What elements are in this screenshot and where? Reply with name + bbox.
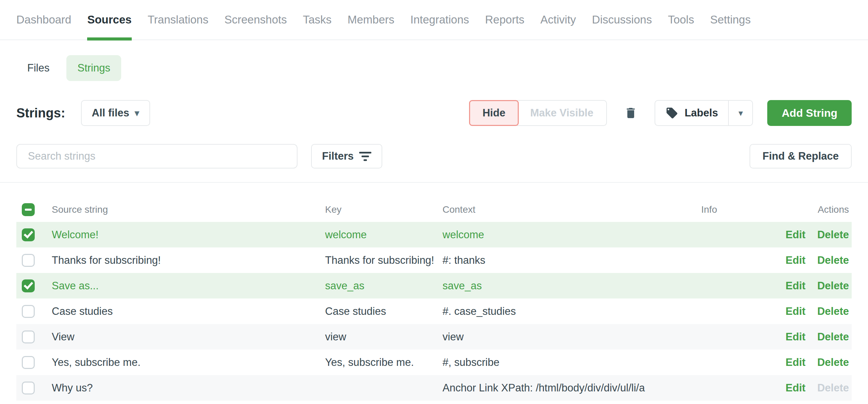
nav-item-integrations[interactable]: Integrations [411, 0, 469, 40]
delete-link[interactable]: Delete [817, 382, 849, 394]
context-cell: Anchor Link XPath: /html/body/div/div/ul… [443, 382, 701, 394]
row-actions: Edit Delete [745, 254, 852, 266]
row-checkbox[interactable] [22, 279, 35, 292]
delete-link[interactable]: Delete [817, 254, 849, 266]
table-row: View view view Edit Delete [16, 324, 852, 350]
tag-icon [665, 107, 678, 119]
source-string-cell: View [52, 331, 325, 343]
nav-item-reports[interactable]: Reports [485, 0, 525, 40]
nav-item-discussions[interactable]: Discussions [592, 0, 652, 40]
project-sources-page: DashboardSourcesTranslationsScreenshotsT… [0, 0, 868, 404]
hide-button[interactable]: Hide [469, 100, 518, 126]
delete-strings-button[interactable] [622, 105, 640, 121]
table-row: Why us? Anchor Link XPath: /html/body/di… [16, 375, 852, 401]
edit-link[interactable]: Edit [786, 382, 806, 394]
row-checkbox[interactable] [22, 356, 35, 369]
edit-link[interactable]: Edit [786, 356, 806, 368]
table-row: Save as... save_as save_as Edit Delete [16, 273, 852, 298]
strings-table: Welcome! welcome welcome Edit Delete Tha… [16, 222, 852, 401]
edit-link[interactable]: Edit [786, 305, 806, 317]
table-row: Thanks for subscribing! Thanks for subsc… [16, 247, 852, 273]
trash-icon [624, 105, 638, 121]
column-header-context: Context [443, 204, 701, 215]
source-string-cell: Yes, subscribe me. [52, 356, 325, 369]
labels-dropdown-toggle[interactable]: ▾ [729, 101, 752, 125]
nav-item-members[interactable]: Members [348, 0, 395, 40]
filters-button-label: Filters [322, 150, 354, 162]
key-cell: view [325, 331, 443, 343]
labels-button-group: Labels ▾ [655, 100, 753, 126]
source-string-cell: Welcome! [52, 229, 325, 241]
filter-icon [359, 152, 371, 161]
select-all-checkbox[interactable] [22, 203, 35, 216]
content-divider [0, 182, 868, 183]
chevron-down-icon: ▾ [738, 109, 743, 117]
sources-subtabs: FilesStrings [16, 55, 852, 81]
source-string-cell: Thanks for subscribing! [52, 254, 325, 266]
delete-link[interactable]: Delete [817, 229, 849, 241]
column-header-info: Info [701, 204, 745, 215]
top-nav: DashboardSourcesTranslationsScreenshotsT… [0, 0, 868, 40]
delete-link[interactable]: Delete [817, 305, 849, 317]
search-strings-input[interactable] [16, 144, 298, 168]
row-actions: Edit Delete [745, 305, 852, 318]
delete-link[interactable]: Delete [817, 280, 849, 292]
page-title: Strings: [16, 106, 65, 120]
column-header-source: Source string [52, 204, 325, 215]
edit-link[interactable]: Edit [786, 229, 806, 241]
row-checkbox[interactable] [22, 330, 35, 343]
table-row: Yes, subscribe me. Yes, subscribe me. #,… [16, 350, 852, 375]
strings-toolbar: Strings: All files ▾ Hide Make Visible [16, 100, 852, 126]
file-filter-label: All files [92, 107, 129, 119]
nav-item-dashboard[interactable]: Dashboard [16, 0, 71, 40]
tab-files[interactable]: Files [16, 55, 60, 81]
source-string-cell: Save as... [52, 280, 325, 292]
make-visible-button[interactable]: Make Visible [517, 100, 607, 126]
row-checkbox[interactable] [22, 228, 35, 241]
nav-item-screenshots[interactable]: Screenshots [224, 0, 287, 40]
nav-item-activity[interactable]: Activity [541, 0, 576, 40]
file-filter-dropdown[interactable]: All files ▾ [81, 100, 150, 126]
table-row: Welcome! welcome welcome Edit Delete [16, 222, 852, 247]
delete-link[interactable]: Delete [817, 356, 849, 368]
column-header-key: Key [325, 204, 443, 215]
tab-strings[interactable]: Strings [66, 55, 121, 81]
search-row: Filters Find & Replace [16, 144, 852, 168]
edit-link[interactable]: Edit [786, 280, 806, 292]
row-actions: Edit Delete [745, 229, 852, 241]
edit-link[interactable]: Edit [786, 331, 806, 343]
add-string-button[interactable]: Add String [767, 100, 852, 126]
edit-link[interactable]: Edit [786, 254, 806, 266]
delete-link[interactable]: Delete [817, 331, 849, 343]
table-header: Source string Key Context Info Actions [16, 197, 852, 222]
nav-item-tools[interactable]: Tools [668, 0, 694, 40]
key-cell: save_as [325, 280, 443, 292]
source-string-cell: Case studies [52, 305, 325, 318]
key-cell: Case studies [325, 305, 443, 318]
context-cell: #: thanks [443, 254, 701, 266]
row-checkbox[interactable] [22, 382, 35, 394]
key-cell: welcome [325, 229, 443, 241]
labels-button-label: Labels [685, 107, 718, 119]
context-cell: welcome [443, 229, 701, 241]
key-cell: Thanks for subscribing! [325, 254, 443, 266]
key-cell: Yes, subscribe me. [325, 356, 443, 369]
nav-item-sources[interactable]: Sources [87, 0, 131, 40]
context-cell: view [443, 331, 701, 343]
row-checkbox[interactable] [22, 305, 35, 318]
chevron-down-icon: ▾ [135, 109, 139, 117]
nav-item-translations[interactable]: Translations [148, 0, 209, 40]
context-cell: save_as [443, 280, 701, 292]
nav-item-settings[interactable]: Settings [710, 0, 751, 40]
row-actions: Edit Delete [745, 356, 852, 369]
row-checkbox[interactable] [22, 254, 35, 267]
row-actions: Edit Delete [745, 280, 852, 292]
filters-button[interactable]: Filters [311, 144, 382, 168]
labels-button[interactable]: Labels [655, 101, 728, 125]
row-actions: Edit Delete [745, 331, 852, 343]
table-row: Case studies Case studies #. case_studie… [16, 298, 852, 324]
nav-item-tasks[interactable]: Tasks [303, 0, 332, 40]
column-header-actions: Actions [745, 204, 852, 215]
find-replace-button[interactable]: Find & Replace [750, 144, 852, 168]
context-cell: #, subscribe [443, 356, 701, 369]
